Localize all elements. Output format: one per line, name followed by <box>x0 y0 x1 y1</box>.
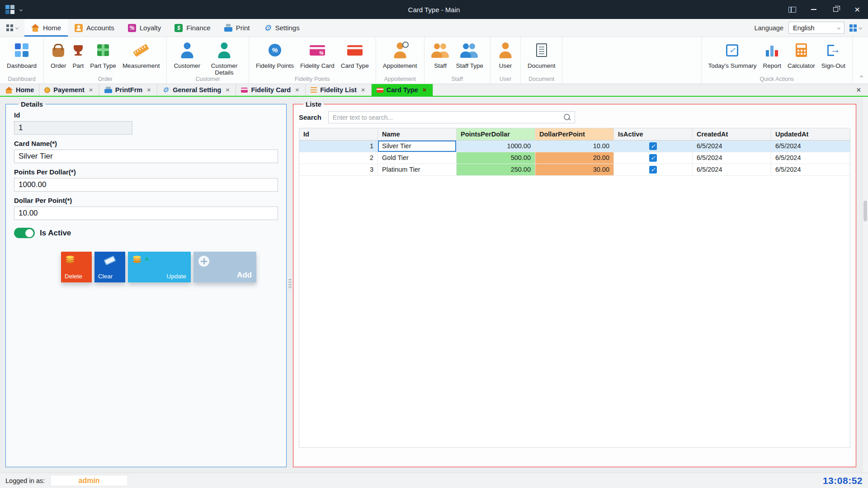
cell-id[interactable]: 2 <box>299 152 378 164</box>
cell-name[interactable]: Gold Tier <box>378 152 457 164</box>
doc-tab-payement[interactable]: Payement <box>39 84 99 96</box>
ribbon-button-fidelity-points[interactable]: Fidelity Points <box>253 39 297 70</box>
tab-close-icon[interactable] <box>421 86 428 94</box>
ribbon-button-user[interactable]: User <box>494 39 517 70</box>
ribbon-button-part[interactable]: Part <box>70 39 87 70</box>
cell-dollar-per-point[interactable]: 30.00 <box>535 164 614 176</box>
ribbon-button-card-type[interactable]: Card Type <box>338 39 372 70</box>
dollar-per-point-input[interactable] <box>14 206 278 220</box>
ribbon-button-staff-type[interactable]: Staff Type <box>453 39 486 70</box>
table-row[interactable]: 1 Silver Tier 1000.00 10.00 6/5/2024 6/5… <box>299 141 850 152</box>
column-header-name[interactable]: Name <box>378 128 457 141</box>
panel-splitter[interactable] <box>287 100 293 467</box>
ribbon-button-calculator[interactable]: Calculator <box>784 39 818 70</box>
cell-updated-at[interactable]: 6/5/2024 <box>771 141 850 152</box>
column-header-updatedat[interactable]: UpdatedAt <box>771 128 850 141</box>
column-header-pointsperdollar[interactable]: PointsPerDollar <box>457 128 535 141</box>
coins-icon <box>133 256 142 264</box>
search-input[interactable] <box>328 111 575 123</box>
cell-created-at[interactable]: 6/5/2024 <box>693 141 771 152</box>
ribbon-button-sign-out[interactable]: Sign-Out <box>818 39 849 70</box>
cell-name-focused[interactable]: Silver Tier <box>378 141 457 152</box>
ribbon-tab-label: Settings <box>275 24 299 32</box>
ribbon-tab-accounts[interactable]: Accounts <box>68 19 121 37</box>
table-row[interactable]: 3 Platinum Tier 250.00 30.00 6/5/2024 6/… <box>299 164 850 176</box>
cell-updated-at[interactable]: 6/5/2024 <box>771 152 850 164</box>
cell-dollar-per-point[interactable]: 20.00 <box>535 152 614 164</box>
doc-tab-general-setting[interactable]: General Setting <box>157 84 236 96</box>
restore-icon[interactable] <box>825 0 846 19</box>
isactive-checkbox[interactable] <box>649 154 657 162</box>
doc-tab-printfrm[interactable]: PrintFrm <box>99 84 157 96</box>
ribbon-group-quick-actions: Today's Summary Report Calculator Sign-O… <box>701 37 853 84</box>
ribbon-button-appoitement[interactable]: Appoitement <box>380 39 420 70</box>
cell-id[interactable]: 1 <box>299 141 378 152</box>
isactive-checkbox[interactable] <box>649 166 657 174</box>
cell-points-per-dollar[interactable]: 1000.00 <box>457 141 535 152</box>
doc-tab-label: Home <box>16 86 34 94</box>
cell-created-at[interactable]: 6/5/2024 <box>693 152 771 164</box>
apps-grid-button[interactable] <box>849 24 862 32</box>
scrollbar-thumb[interactable] <box>863 201 867 221</box>
doc-tab-home[interactable]: Home <box>0 84 39 96</box>
table-row[interactable]: 2 Gold Tier 500.00 20.00 6/5/2024 6/5/20… <box>299 152 850 164</box>
delete-button[interactable]: Delete <box>61 252 92 282</box>
search-icon[interactable] <box>564 114 571 121</box>
ribbon-tab-bar-right: Language English <box>754 19 868 37</box>
doc-tab-card-type[interactable]: Card Type <box>372 84 433 96</box>
cell-points-per-dollar[interactable]: 250.00 <box>457 164 535 176</box>
ribbon-button-customer-details[interactable]: Customer Details <box>203 39 245 77</box>
minimize-icon[interactable] <box>803 0 825 19</box>
ribbon-button-order[interactable]: Order <box>47 39 70 70</box>
column-header-createdat[interactable]: CreatedAt <box>693 128 771 141</box>
ribbon-button-todays-summary[interactable]: Today's Summary <box>705 39 760 70</box>
ribbon-button-report[interactable]: Report <box>760 39 784 70</box>
cell-name[interactable]: Platinum Tier <box>378 164 457 176</box>
ribbon-button-staff[interactable]: Staff <box>428 39 453 70</box>
window-controls <box>781 0 868 19</box>
cell-dollar-per-point[interactable]: 10.00 <box>535 141 614 152</box>
cell-updated-at[interactable]: 6/5/2024 <box>771 164 850 176</box>
column-header-dollarperpoint[interactable]: DollarPerPoint <box>535 128 614 141</box>
close-all-tabs-button[interactable] <box>849 84 868 96</box>
tab-close-icon[interactable] <box>88 86 94 94</box>
ribbon-button-measurement[interactable]: Measurement <box>119 39 163 70</box>
card-name-input[interactable] <box>14 150 278 163</box>
close-icon[interactable] <box>846 0 868 19</box>
titlebar-customize-chevron-icon[interactable] <box>19 8 23 11</box>
doc-tab-fidelity-list[interactable]: Fidelity List <box>306 84 372 96</box>
ribbon-tab-print[interactable]: Print <box>217 19 257 37</box>
tab-close-icon[interactable] <box>224 86 231 94</box>
panel-toggle-icon[interactable] <box>781 0 803 19</box>
ribbon-button-fidelity-card[interactable]: Fidelity Card <box>297 39 338 70</box>
tab-close-icon[interactable] <box>360 86 366 94</box>
ribbon-button-dashboard[interactable]: Dashboard <box>4 39 40 70</box>
ribbon-button-document[interactable]: Document <box>524 39 559 70</box>
column-header-id[interactable]: Id <box>299 128 378 141</box>
doc-tab-fidelity-card[interactable]: Fidelity Card <box>236 84 306 96</box>
ribbon-tab-loyalty[interactable]: Loyalty <box>121 19 168 37</box>
language-select[interactable]: English <box>788 22 844 34</box>
tab-close-icon[interactable] <box>146 86 152 94</box>
ribbon-collapse-icon[interactable] <box>860 72 863 80</box>
points-per-dollar-input[interactable] <box>14 178 278 192</box>
column-header-isactive[interactable]: IsActive <box>614 128 693 141</box>
clear-button[interactable]: Clear <box>94 252 125 282</box>
ribbon-button-customer[interactable]: Customer <box>170 39 203 70</box>
is-active-toggle[interactable] <box>14 228 35 238</box>
close-icon <box>855 86 862 94</box>
id-input[interactable] <box>14 121 132 135</box>
vertical-scrollbar[interactable] <box>862 97 868 473</box>
ribbon-tab-home[interactable]: Home <box>24 19 68 37</box>
ribbon-button-part-type[interactable]: Part Type <box>87 39 119 70</box>
tab-close-icon[interactable] <box>294 86 300 94</box>
cell-id[interactable]: 3 <box>299 164 378 176</box>
ribbon-tab-finance[interactable]: Finance <box>168 19 217 37</box>
add-button[interactable]: Add <box>193 252 256 282</box>
update-button[interactable]: Update <box>128 252 191 282</box>
app-menu-button[interactable] <box>0 19 24 37</box>
ribbon-tab-settings[interactable]: Settings <box>256 19 306 37</box>
cell-points-per-dollar[interactable]: 500.00 <box>457 152 535 164</box>
cell-created-at[interactable]: 6/5/2024 <box>693 164 771 176</box>
isactive-checkbox[interactable] <box>649 142 657 150</box>
